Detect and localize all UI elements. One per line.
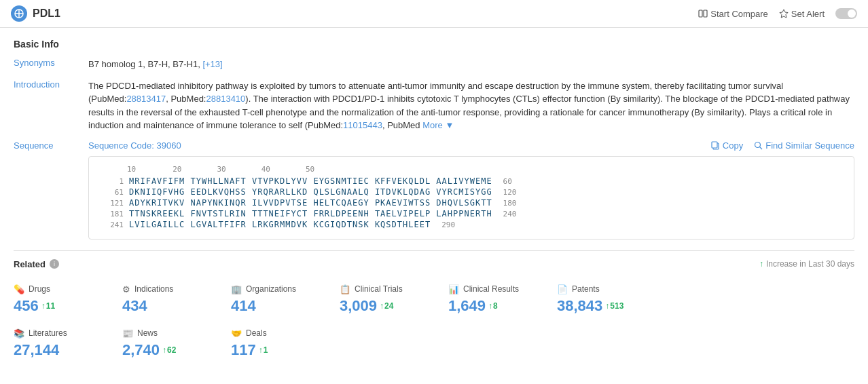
stat-increase: ↑ 1 [259, 345, 268, 355]
copy-button[interactable]: Copy [711, 140, 743, 151]
sequence-lines: 1 MRIFAVFIFM TYWHLLNAFT VTVPKDLYVV EYGSN… [100, 176, 843, 229]
sequence-line: 121 ADYKRITVKV NAPYNKINQR ILVVDPVTSE HEL… [100, 198, 843, 208]
stat-category-label: Organizations [246, 284, 296, 294]
sequence-box: 10 20 30 40 50 1 MRIFAVFIFM TYWHLLNAFT V… [88, 156, 854, 239]
stat-category-icon: 💊 [14, 284, 24, 294]
stat-number[interactable]: 38,843 ↑ 513 [557, 297, 652, 315]
stat-increase: ↑ 513 [605, 301, 623, 311]
stat-category-label: Drugs [29, 284, 50, 294]
stat-number[interactable]: 27,144 [14, 341, 109, 359]
set-alert-button[interactable]: Set Alert [779, 9, 825, 19]
seq-start-num: 61 [100, 188, 124, 197]
seq-end-num: 180 [503, 199, 517, 208]
stat-value: 1,649 [448, 297, 486, 315]
find-similar-button[interactable]: Find Similar Sequence [754, 140, 854, 151]
svg-rect-6 [712, 142, 717, 148]
sequence-ruler: 10 20 30 40 50 [127, 165, 843, 174]
header-left: PDL1 [11, 5, 60, 22]
sequence-line: 1 MRIFAVFIFM TYWHLLNAFT VTVPKDLYVV EYGSN… [100, 176, 843, 186]
app-logo [11, 5, 27, 22]
svg-rect-4 [704, 10, 707, 17]
stat-category: 📄 Patents [557, 284, 652, 294]
stat-value: 414 [231, 297, 256, 315]
svg-point-7 [755, 142, 761, 147]
stat-up-arrow: ↑ [488, 301, 492, 311]
stat-increase: ↑ 24 [380, 301, 393, 311]
stat-category-icon: 📰 [122, 328, 133, 339]
stat-category-label: Literatures [29, 328, 67, 338]
alert-icon [779, 9, 789, 18]
stat-item: 📊 Clinical Results 1,649 ↑ 8 [448, 277, 557, 322]
stat-item: 💊 Drugs 456 ↑ 11 [14, 277, 122, 322]
start-compare-button[interactable]: Start Compare [698, 9, 768, 19]
stat-number[interactable]: 414 [231, 297, 326, 315]
introduction-row: Introduction The PDCD1-mediated inhibito… [14, 79, 854, 132]
stat-category-label: Deals [246, 328, 267, 338]
stat-category-label: Indications [134, 284, 173, 294]
sequence-line: 241 LVILGAILLC LGVALTFIFR LRKGRMMDVK KCG… [100, 220, 843, 229]
svg-rect-3 [699, 10, 702, 17]
synonyms-more-link[interactable]: [+13] [202, 59, 222, 69]
pubmed-link-3[interactable]: 11015443 [343, 120, 382, 130]
sequence-row: Sequence Sequence Code: 39060 Copy [14, 140, 854, 239]
stat-item: 📋 Clinical Trials 3,009 ↑ 24 [340, 277, 448, 322]
copy-icon [711, 141, 720, 150]
seq-start-num: 121 [100, 199, 124, 208]
stat-category: 🤝 Deals [231, 328, 326, 339]
stat-item: ⚙ Indications 434 [122, 277, 231, 322]
svg-line-8 [760, 147, 763, 149]
stat-category: 💊 Drugs [14, 284, 109, 294]
stat-item: 📚 Literatures 27,144 [14, 322, 122, 366]
stat-number[interactable]: 3,009 ↑ 24 [340, 297, 435, 315]
stat-item: 🤝 Deals 117 ↑ 1 [231, 322, 340, 366]
stat-number[interactable]: 434 [122, 297, 217, 315]
stat-category: 📋 Clinical Trials [340, 284, 435, 294]
find-similar-icon [754, 141, 763, 150]
stat-number[interactable]: 117 ↑ 1 [231, 341, 326, 359]
stat-category-icon: 📄 [557, 284, 568, 294]
intro-more-link[interactable]: More ▼ [422, 120, 454, 130]
stat-up-arrow: ↑ [380, 301, 384, 311]
stat-number[interactable]: 1,649 ↑ 8 [448, 297, 543, 315]
main-content: Basic Info Synonyms B7 homolog 1, B7-H, … [0, 28, 868, 377]
stat-up-arrow: ↑ [259, 345, 263, 355]
stat-category: 🏢 Organizations [231, 284, 326, 294]
seq-end-num: 240 [503, 210, 517, 218]
synonyms-row: Synonyms B7 homolog 1, B7-H, B7-H1, [+13… [14, 58, 854, 71]
stat-item: 📄 Patents 38,843 ↑ 513 [557, 277, 666, 322]
sequence-label: Sequence [14, 140, 88, 151]
alert-toggle[interactable] [835, 8, 857, 19]
increase-indicator: ↑ Increase in Last 30 days [759, 259, 854, 269]
stat-item: 🏢 Organizations 414 [231, 277, 340, 322]
sequence-code: Sequence Code: 39060 [88, 140, 181, 151]
basic-info-title: Basic Info [14, 39, 854, 50]
stat-number[interactable]: 456 ↑ 11 [14, 297, 109, 315]
related-info-icon[interactable]: i [50, 259, 59, 269]
stat-value: 2,740 [122, 341, 160, 359]
stat-category: 📊 Clinical Results [448, 284, 543, 294]
seq-amino-acids: DKNIIQFVHG EEDLKVQHSS YRQRARLLKD QLSLGNA… [129, 187, 492, 197]
stat-category-label: News [137, 328, 158, 338]
stat-category-icon: 🤝 [231, 328, 242, 339]
related-section: Related i ↑ Increase in Last 30 days 💊 D… [14, 250, 854, 366]
stat-category: ⚙ Indications [122, 284, 217, 294]
stat-increase: ↑ 11 [41, 301, 55, 311]
stat-category-icon: ⚙ [122, 284, 130, 294]
stat-value: 117 [231, 341, 256, 359]
introduction-value: The PDCD1-mediated inhibitory pathway is… [88, 79, 854, 132]
stat-value: 456 [14, 297, 39, 315]
synonyms-label: Synonyms [14, 58, 88, 68]
sequence-actions: Copy Find Similar Sequence [711, 140, 854, 151]
seq-end-num: 120 [503, 188, 517, 197]
seq-amino-acids: MRIFAVFIFM TYWHLLNAFT VTVPKDLYVV EYGSNMT… [129, 176, 492, 186]
pubmed-link-1[interactable]: 28813417 [126, 94, 166, 104]
stat-category-icon: 📚 [14, 328, 24, 339]
stat-up-arrow: ↑ [162, 345, 166, 355]
sequence-line: 181 TTNSKREEKL FNVTSTLRIN TTTNEIFYCT FRR… [100, 209, 843, 218]
seq-start-num: 241 [100, 220, 124, 229]
sequence-line: 61 DKNIIQFVHG EEDLKVQHSS YRQRARLLKD QLSL… [100, 187, 843, 197]
stat-category: 📰 News [122, 328, 217, 339]
pubmed-link-2[interactable]: 28813410 [206, 94, 245, 104]
seq-amino-acids: TTNSKREEKL FNVTSTLRIN TTTNEIFYCT FRRLDPE… [129, 209, 492, 218]
stat-number[interactable]: 2,740 ↑ 62 [122, 341, 217, 359]
